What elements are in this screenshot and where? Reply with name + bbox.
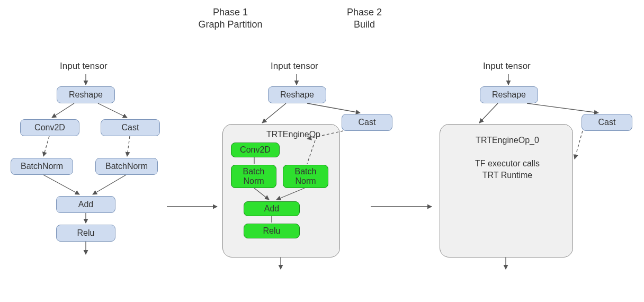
node-text: Reshape: [492, 90, 526, 100]
mid-container-label: TRTEngineOp: [262, 129, 325, 140]
left-node-conv2d: Conv2D: [20, 119, 79, 136]
left-node-add: Add: [56, 196, 115, 213]
mid-node-reshape: Reshape: [268, 86, 326, 103]
svg-line-1: [52, 103, 74, 118]
svg-line-6: [93, 175, 126, 194]
mid-node-conv2d: Conv2D: [231, 143, 280, 157]
phase2-title: Phase 2: [347, 7, 382, 17]
svg-line-24: [575, 131, 583, 159]
node-text: Conv2D: [240, 145, 271, 155]
mid-node-add: Add: [244, 201, 300, 216]
left-node-batchnorm-r: BatchNorm: [95, 158, 158, 175]
svg-line-4: [127, 136, 130, 156]
svg-line-3: [43, 136, 49, 156]
left-node-reshape: Reshape: [57, 86, 115, 103]
node-text: Relu: [77, 228, 95, 238]
svg-line-5: [43, 175, 79, 194]
svg-line-12: [262, 103, 286, 123]
right-input-label: Input tensor: [483, 61, 531, 72]
node-text: Cast: [359, 118, 376, 127]
node-text: Batch Norm: [243, 167, 265, 185]
mid-node-bn-r: Batch Norm: [283, 165, 328, 188]
right-container-body: TF executor calls TRT Runtime: [449, 158, 566, 181]
node-text: Batch Norm: [295, 167, 317, 185]
node-text: Add: [264, 204, 279, 214]
phase1-subtitle: Graph Partition: [198, 19, 262, 30]
node-text: Reshape: [69, 90, 103, 100]
node-text: BatchNorm: [105, 162, 148, 171]
left-node-relu: Relu: [56, 225, 115, 242]
left-node-cast: Cast: [101, 119, 160, 136]
node-text: Conv2D: [34, 123, 65, 132]
right-container-title: TRTEngineOp_0: [449, 135, 566, 146]
node-text: Relu: [263, 226, 281, 236]
phase2-label: Phase 2 Build: [327, 6, 401, 31]
right-node-reshape: Reshape: [480, 86, 538, 103]
phase1-label: Phase 1 Graph Partition: [183, 6, 278, 31]
svg-line-22: [527, 103, 598, 113]
mid-input-label: Input tensor: [271, 61, 318, 72]
node-text: Cast: [122, 123, 139, 132]
node-text: Cast: [598, 118, 616, 127]
node-text: Reshape: [280, 90, 314, 100]
phase2-subtitle: Build: [354, 19, 375, 30]
node-text: BatchNorm: [21, 162, 63, 171]
mid-node-cast: Cast: [342, 114, 392, 131]
svg-line-2: [98, 103, 127, 118]
mid-node-relu: Relu: [244, 224, 300, 238]
phase1-title: Phase 1: [213, 7, 248, 17]
left-node-batchnorm-l: BatchNorm: [11, 158, 73, 175]
right-node-cast: Cast: [582, 114, 632, 131]
svg-line-23: [479, 103, 498, 123]
mid-node-bn-l: Batch Norm: [231, 165, 276, 188]
left-input-label: Input tensor: [60, 61, 108, 72]
node-text: Add: [78, 200, 93, 209]
svg-line-11: [307, 103, 360, 113]
